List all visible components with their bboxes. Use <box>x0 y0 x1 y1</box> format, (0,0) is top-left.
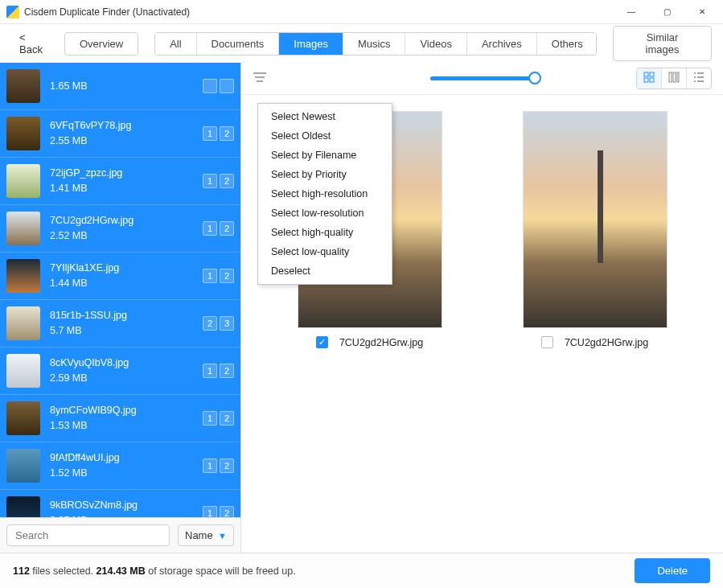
count-badge: 2 <box>220 506 234 517</box>
tab-musics[interactable]: Musics <box>343 33 405 55</box>
file-row[interactable]: 8cKVyuQIbV8.jpg2.59 MB12 <box>0 347 240 395</box>
count-badges: 12 <box>203 458 234 473</box>
file-thumbnail <box>6 449 40 483</box>
app-icon <box>6 6 19 19</box>
count-badge: 2 <box>203 316 217 331</box>
context-menu-item[interactable]: Deselect <box>258 261 392 281</box>
list-view-button[interactable] <box>687 68 711 88</box>
count-badges: 12 <box>203 174 234 188</box>
count-badge: 1 <box>203 458 217 473</box>
file-info: 1.65 MB <box>50 79 203 94</box>
file-row[interactable]: 6VFqT6vPY78.jpg2.55 MB12 <box>0 110 240 158</box>
zoom-slider[interactable] <box>430 76 535 80</box>
preview-toolbar <box>241 63 723 95</box>
file-size: 5.7 MB <box>50 323 203 339</box>
file-thumbnail <box>6 496 40 517</box>
preview-filename: 7CU2gd2HGrw.jpg <box>339 337 423 348</box>
file-name: 7YIljKla1XE.jpg <box>50 261 203 276</box>
context-menu-item[interactable]: Select Oldest <box>258 126 392 146</box>
file-thumbnail <box>6 401 40 435</box>
sort-label: Name <box>185 529 213 541</box>
grid-view-button[interactable] <box>637 68 662 88</box>
file-info: 6VFqT6vPY78.jpg2.55 MB <box>50 118 203 149</box>
file-info: 8ymCFoWIB9Q.jpg1.53 MB <box>50 403 203 434</box>
file-row[interactable]: 7YIljKla1XE.jpg1.44 MB12 <box>0 253 240 300</box>
back-button[interactable]: < Back <box>11 27 60 60</box>
count-badges: 23 <box>203 316 234 331</box>
overview-button[interactable]: Overview <box>64 32 138 56</box>
context-menu-item[interactable]: Select low-resolution <box>258 204 392 223</box>
slider-thumb[interactable] <box>528 72 541 84</box>
file-thumbnail <box>6 259 40 293</box>
tab-images[interactable]: Images <box>279 33 343 55</box>
file-row[interactable]: 815r1b-1SSU.jpg5.7 MB23 <box>0 300 240 347</box>
similar-images-button[interactable]: Similar images <box>613 26 712 61</box>
file-row[interactable]: 7CU2gd2HGrw.jpg2.52 MB12 <box>0 205 240 253</box>
count-badges: 12 <box>203 364 234 378</box>
file-name: 9kBROSvZNm8.jpg <box>50 498 203 513</box>
filter-icon[interactable] <box>253 72 267 86</box>
select-checkbox[interactable] <box>541 336 553 348</box>
svg-rect-1 <box>650 72 654 76</box>
context-menu-item[interactable]: Select Newest <box>258 107 392 126</box>
columns-view-button[interactable] <box>662 68 687 88</box>
file-size: 1.65 MB <box>50 79 203 94</box>
file-thumbnail <box>6 354 40 388</box>
count-badge: 1 <box>203 506 217 517</box>
preview-image[interactable] <box>523 111 668 328</box>
minimize-button[interactable]: — <box>614 0 649 24</box>
file-info: 72ijGP_zpzc.jpg1.41 MB <box>50 166 203 196</box>
context-menu-item[interactable]: Select high-resolution <box>258 184 392 204</box>
count-badge: 2 <box>220 221 234 236</box>
count-badges <box>203 79 234 93</box>
file-size: 2.59 MB <box>50 371 203 386</box>
file-info: 815r1b-1SSU.jpg5.7 MB <box>50 308 203 339</box>
sort-select[interactable]: Name ▼ <box>178 524 234 546</box>
count-badge <box>203 79 217 93</box>
selection-context-menu: Select NewestSelect OldestSelect by File… <box>257 103 392 285</box>
tab-documents[interactable]: Documents <box>197 33 280 55</box>
window-title: Cisdem Duplicate Finder (Unactivated) <box>24 6 614 18</box>
preview-filename: 7CU2gd2HGrw.jpg <box>565 337 648 348</box>
file-info: 7CU2gd2HGrw.jpg2.52 MB <box>50 213 203 244</box>
file-row[interactable]: 9fAfDff4wUI.jpg1.52 MB12 <box>0 442 240 490</box>
context-menu-item[interactable]: Select by Priority <box>258 165 392 184</box>
tab-videos[interactable]: Videos <box>405 33 467 55</box>
maximize-button[interactable]: ▢ <box>649 0 684 24</box>
svg-rect-3 <box>650 78 654 82</box>
select-checkbox[interactable]: ✓ <box>316 336 328 348</box>
count-badge: 1 <box>203 411 217 426</box>
context-menu-item[interactable]: Select by Filename <box>258 146 392 165</box>
file-size: 1.44 MB <box>50 276 203 291</box>
file-thumbnail <box>6 164 40 198</box>
title-bar: Cisdem Duplicate Finder (Unactivated) — … <box>0 0 723 24</box>
tab-all[interactable]: All <box>155 33 196 55</box>
search-input[interactable] <box>6 524 170 546</box>
file-info: 9kBROSvZNm8.jpg2.05 MB <box>50 498 203 517</box>
svg-rect-2 <box>644 78 648 82</box>
context-menu-item[interactable]: Select high-quality <box>258 223 392 242</box>
file-row[interactable]: 1.65 MB <box>0 63 240 110</box>
count-badge: 2 <box>220 269 234 283</box>
file-row[interactable]: 9kBROSvZNm8.jpg2.05 MB12 <box>0 490 240 517</box>
preview-item: 7CU2gd2HGrw.jpg <box>507 111 684 348</box>
file-thumbnail <box>6 69 40 103</box>
count-badge: 2 <box>220 458 234 473</box>
tab-archives[interactable]: Archives <box>467 33 537 55</box>
file-size: 2.05 MB <box>50 513 203 517</box>
file-list[interactable]: 1.65 MB6VFqT6vPY78.jpg2.55 MB1272ijGP_zp… <box>0 63 240 517</box>
tab-others[interactable]: Others <box>537 33 597 55</box>
close-button[interactable]: ✕ <box>684 0 720 24</box>
window-controls: — ▢ ✕ <box>614 0 720 24</box>
chevron-down-icon: ▼ <box>218 531 227 541</box>
file-name: 815r1b-1SSU.jpg <box>50 308 203 323</box>
count-badges: 12 <box>203 269 234 283</box>
file-size: 1.41 MB <box>50 181 203 196</box>
sidebar: 1.65 MB6VFqT6vPY78.jpg2.55 MB1272ijGP_zp… <box>0 63 241 553</box>
delete-button[interactable]: Delete <box>635 558 710 583</box>
context-menu-item[interactable]: Select low-quality <box>258 242 392 261</box>
file-row[interactable]: 8ymCFoWIB9Q.jpg1.53 MB12 <box>0 395 240 442</box>
file-info: 8cKVyuQIbV8.jpg2.59 MB <box>50 356 203 386</box>
count-badges: 12 <box>203 411 234 426</box>
file-row[interactable]: 72ijGP_zpzc.jpg1.41 MB12 <box>0 158 240 205</box>
